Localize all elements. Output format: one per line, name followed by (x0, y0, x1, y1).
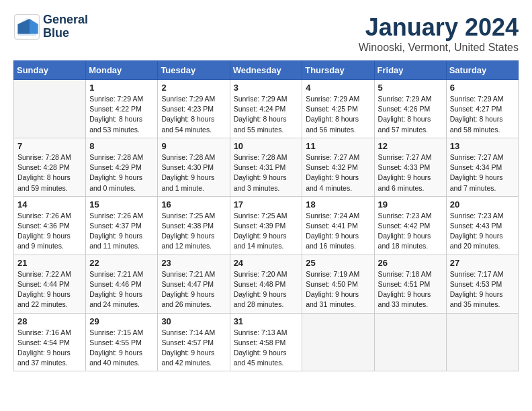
day-info: Sunrise: 7:29 AM Sunset: 4:24 PM Dayligh… (234, 94, 299, 135)
day-number: 3 (234, 83, 299, 93)
day-number: 17 (234, 199, 299, 210)
page-subtitle: Winooski, Vermont, United States (359, 42, 519, 54)
day-info: Sunrise: 7:29 AM Sunset: 4:25 PM Dayligh… (306, 94, 370, 135)
day-number: 4 (306, 83, 370, 93)
header-day-sunday: Sunday (14, 61, 86, 80)
day-info: Sunrise: 7:27 AM Sunset: 4:32 PM Dayligh… (306, 152, 370, 193)
calendar-cell: 30Sunrise: 7:14 AM Sunset: 4:57 PM Dayli… (158, 313, 230, 371)
day-number: 25 (306, 258, 370, 268)
calendar-cell: 26Sunrise: 7:18 AM Sunset: 4:51 PM Dayli… (374, 255, 446, 313)
day-info: Sunrise: 7:26 AM Sunset: 4:36 PM Dayligh… (17, 211, 82, 252)
calendar-cell: 5Sunrise: 7:29 AM Sunset: 4:26 PM Daylig… (374, 80, 446, 138)
day-info: Sunrise: 7:25 AM Sunset: 4:38 PM Dayligh… (161, 211, 226, 252)
header-row: SundayMondayTuesdayWednesdayThursdayFrid… (14, 61, 519, 80)
day-info: Sunrise: 7:23 AM Sunset: 4:43 PM Dayligh… (450, 211, 515, 252)
day-info: Sunrise: 7:29 AM Sunset: 4:22 PM Dayligh… (89, 94, 154, 135)
day-info: Sunrise: 7:24 AM Sunset: 4:41 PM Dayligh… (306, 211, 370, 252)
day-number: 20 (450, 199, 515, 210)
calendar-cell: 31Sunrise: 7:13 AM Sunset: 4:58 PM Dayli… (230, 313, 302, 371)
day-info: Sunrise: 7:23 AM Sunset: 4:42 PM Dayligh… (378, 211, 443, 252)
day-number: 26 (378, 258, 443, 268)
calendar-cell (302, 313, 374, 371)
day-info: Sunrise: 7:28 AM Sunset: 4:31 PM Dayligh… (234, 152, 299, 193)
day-info: Sunrise: 7:27 AM Sunset: 4:34 PM Dayligh… (450, 152, 515, 193)
day-info: Sunrise: 7:26 AM Sunset: 4:37 PM Dayligh… (89, 211, 154, 252)
day-info: Sunrise: 7:28 AM Sunset: 4:30 PM Dayligh… (161, 152, 226, 193)
day-number: 11 (306, 141, 370, 151)
calendar-cell: 28Sunrise: 7:16 AM Sunset: 4:54 PM Dayli… (14, 313, 86, 371)
day-number: 5 (378, 83, 443, 93)
calendar-cell: 20Sunrise: 7:23 AM Sunset: 4:43 PM Dayli… (446, 196, 518, 255)
day-info: Sunrise: 7:21 AM Sunset: 4:47 PM Dayligh… (161, 269, 226, 310)
header-day-friday: Friday (374, 61, 446, 80)
logo-icon (13, 13, 40, 40)
calendar-cell: 17Sunrise: 7:25 AM Sunset: 4:39 PM Dayli… (230, 196, 302, 255)
day-info: Sunrise: 7:20 AM Sunset: 4:48 PM Dayligh… (234, 269, 299, 310)
header-day-wednesday: Wednesday (230, 61, 302, 80)
header-day-tuesday: Tuesday (158, 61, 230, 80)
day-info: Sunrise: 7:14 AM Sunset: 4:57 PM Dayligh… (161, 328, 226, 369)
day-number: 30 (161, 316, 226, 326)
calendar-cell: 14Sunrise: 7:26 AM Sunset: 4:36 PM Dayli… (14, 196, 86, 255)
calendar-body: 1Sunrise: 7:29 AM Sunset: 4:22 PM Daylig… (14, 80, 519, 371)
week-row-2: 7Sunrise: 7:28 AM Sunset: 4:28 PM Daylig… (14, 138, 519, 196)
calendar-cell: 23Sunrise: 7:21 AM Sunset: 4:47 PM Dayli… (158, 255, 230, 313)
day-number: 10 (234, 141, 299, 151)
calendar-cell: 13Sunrise: 7:27 AM Sunset: 4:34 PM Dayli… (446, 138, 518, 196)
logo: General Blue (13, 13, 88, 40)
day-number: 16 (161, 199, 226, 210)
calendar-cell (374, 313, 446, 371)
logo-text: General Blue (43, 13, 88, 40)
day-info: Sunrise: 7:19 AM Sunset: 4:50 PM Dayligh… (306, 269, 370, 310)
calendar-cell: 18Sunrise: 7:24 AM Sunset: 4:41 PM Dayli… (302, 196, 374, 255)
header-day-saturday: Saturday (446, 61, 518, 80)
day-number: 14 (17, 199, 82, 210)
day-info: Sunrise: 7:13 AM Sunset: 4:58 PM Dayligh… (234, 328, 299, 369)
calendar-cell: 19Sunrise: 7:23 AM Sunset: 4:42 PM Dayli… (374, 196, 446, 255)
calendar-cell: 6Sunrise: 7:29 AM Sunset: 4:27 PM Daylig… (446, 80, 518, 138)
day-number: 8 (89, 141, 154, 151)
day-info: Sunrise: 7:29 AM Sunset: 4:23 PM Dayligh… (161, 94, 226, 135)
calendar-cell: 3Sunrise: 7:29 AM Sunset: 4:24 PM Daylig… (230, 80, 302, 138)
day-number: 22 (89, 258, 154, 268)
day-number: 15 (89, 199, 154, 210)
calendar-cell: 21Sunrise: 7:22 AM Sunset: 4:44 PM Dayli… (14, 255, 86, 313)
calendar-cell: 27Sunrise: 7:17 AM Sunset: 4:53 PM Dayli… (446, 255, 518, 313)
calendar-cell: 15Sunrise: 7:26 AM Sunset: 4:37 PM Dayli… (86, 196, 158, 255)
day-info: Sunrise: 7:29 AM Sunset: 4:27 PM Dayligh… (450, 94, 515, 135)
calendar-table: SundayMondayTuesdayWednesdayThursdayFrid… (13, 60, 519, 371)
day-number: 29 (89, 316, 154, 326)
title-block: January 2024 Winooski, Vermont, United S… (359, 13, 519, 54)
week-row-4: 21Sunrise: 7:22 AM Sunset: 4:44 PM Dayli… (14, 255, 519, 313)
calendar-cell: 8Sunrise: 7:28 AM Sunset: 4:29 PM Daylig… (86, 138, 158, 196)
day-info: Sunrise: 7:29 AM Sunset: 4:26 PM Dayligh… (378, 94, 443, 135)
calendar-cell: 9Sunrise: 7:28 AM Sunset: 4:30 PM Daylig… (158, 138, 230, 196)
day-info: Sunrise: 7:18 AM Sunset: 4:51 PM Dayligh… (378, 269, 443, 310)
day-number: 6 (450, 83, 515, 93)
day-number: 1 (89, 83, 154, 93)
page-title: January 2024 (359, 13, 519, 42)
calendar-cell: 22Sunrise: 7:21 AM Sunset: 4:46 PM Dayli… (86, 255, 158, 313)
calendar-cell (446, 313, 518, 371)
day-info: Sunrise: 7:15 AM Sunset: 4:55 PM Dayligh… (89, 328, 154, 369)
day-info: Sunrise: 7:17 AM Sunset: 4:53 PM Dayligh… (450, 269, 515, 310)
day-info: Sunrise: 7:22 AM Sunset: 4:44 PM Dayligh… (17, 269, 82, 310)
week-row-5: 28Sunrise: 7:16 AM Sunset: 4:54 PM Dayli… (14, 313, 519, 371)
calendar-header: SundayMondayTuesdayWednesdayThursdayFrid… (14, 61, 519, 80)
calendar-cell: 16Sunrise: 7:25 AM Sunset: 4:38 PM Dayli… (158, 196, 230, 255)
day-number: 31 (234, 316, 299, 326)
day-number: 13 (450, 141, 515, 151)
header-day-thursday: Thursday (302, 61, 374, 80)
day-info: Sunrise: 7:21 AM Sunset: 4:46 PM Dayligh… (89, 269, 154, 310)
calendar-cell: 24Sunrise: 7:20 AM Sunset: 4:48 PM Dayli… (230, 255, 302, 313)
day-number: 7 (17, 141, 82, 151)
header-day-monday: Monday (86, 61, 158, 80)
calendar-cell: 25Sunrise: 7:19 AM Sunset: 4:50 PM Dayli… (302, 255, 374, 313)
page-header: General Blue January 2024 Winooski, Verm… (13, 13, 519, 54)
day-number: 18 (306, 199, 370, 210)
day-number: 28 (17, 316, 82, 326)
day-number: 23 (161, 258, 226, 268)
calendar-cell: 4Sunrise: 7:29 AM Sunset: 4:25 PM Daylig… (302, 80, 374, 138)
calendar-cell (14, 80, 86, 138)
day-info: Sunrise: 7:27 AM Sunset: 4:33 PM Dayligh… (378, 152, 443, 193)
